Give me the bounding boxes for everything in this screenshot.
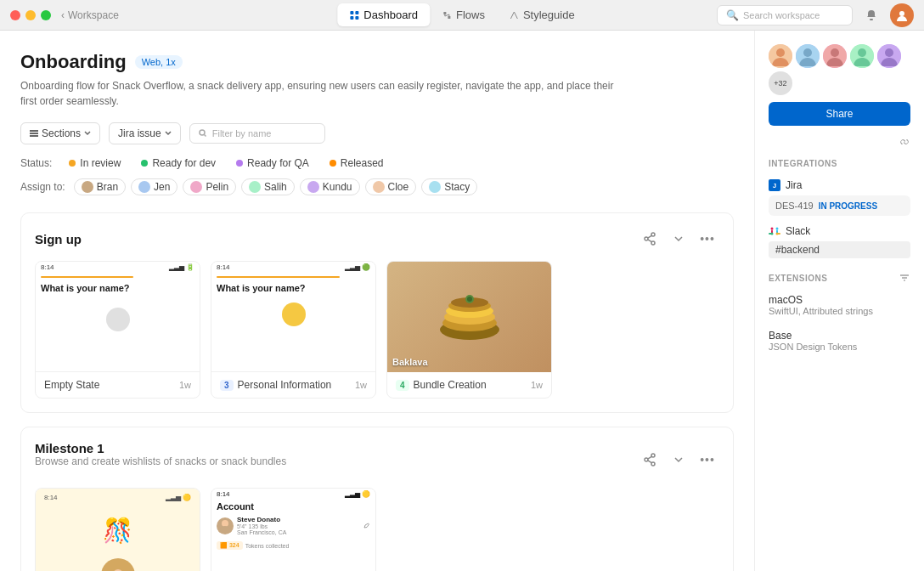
status-ready-for-dev[interactable]: Ready for dev <box>134 155 223 172</box>
food-baklava-illustration <box>436 287 504 347</box>
card-bundle-creation-preview: Baklava <box>387 262 551 372</box>
svg-point-12 <box>651 241 655 245</box>
extension-macos[interactable]: macOS SwiftUI, Attributed strings <box>769 291 910 319</box>
collaborator-more[interactable]: +32 <box>769 71 792 95</box>
sections-dropdown[interactable]: Sections <box>20 122 100 144</box>
section-m1-collapse-button[interactable] <box>667 448 690 472</box>
account-user-row: Steve Donato 5'4" 135 lbs San Francisco,… <box>211 514 375 537</box>
svg-rect-9 <box>30 135 38 137</box>
phone-mock-personal: 8:14 ▂▃▅ 🟢 What is your name? <box>211 262 375 372</box>
filter-input[interactable]: Filter by name <box>189 123 325 144</box>
titlebar: ‹ Workspace Dashboard Flows Styleguide 🔍… <box>0 0 924 31</box>
maximize-button[interactable] <box>41 10 51 20</box>
flows-icon <box>442 10 452 20</box>
section-sign-up-actions: ••• <box>638 227 719 251</box>
status-ready-for-qa[interactable]: Ready for QA <box>229 155 316 172</box>
card-personal-info[interactable]: 8:14 ▂▃▅ 🟢 What is your name? <box>211 261 376 399</box>
card-bundle-creation-label: Bundle Creation <box>414 379 487 391</box>
extension-macos-sub: SwiftUI, Attributed strings <box>769 306 910 316</box>
dashboard-icon <box>349 10 359 20</box>
card-bundle-creation[interactable]: Baklava 4 Bundle Creation 1w <box>386 261 552 399</box>
card-empty-state-time: 1w <box>179 380 191 390</box>
assignee-kundu[interactable]: Kundu <box>300 178 360 195</box>
food-label: Baklava <box>392 357 428 367</box>
integrations-title: INTEGRATIONS <box>769 159 910 168</box>
section-collapse-button[interactable] <box>667 227 690 251</box>
tab-flows[interactable]: Flows <box>430 3 497 26</box>
notification-button[interactable] <box>859 3 883 27</box>
assignee-stacy[interactable]: Stacy <box>421 178 477 195</box>
account-avatar <box>217 517 234 534</box>
status-dot-purple <box>236 160 243 167</box>
section-m1-share-button[interactable] <box>638 448 662 472</box>
jira-dropdown[interactable]: Jira issue <box>109 122 181 144</box>
section-m1-more-button[interactable]: ••• <box>696 448 719 472</box>
status-dot-green <box>141 160 148 167</box>
slack-channel[interactable]: #backend <box>769 241 910 258</box>
card-personal-info-time: 1w <box>355 380 367 390</box>
svg-point-22 <box>651 454 655 457</box>
sign-up-cards: 8:14 ▂▃▅ 🔋 What is your name? <box>35 261 719 399</box>
collaborator-avatar-5 <box>877 44 901 68</box>
assignee-salih[interactable]: Salih <box>241 178 295 195</box>
search-bar[interactable]: 🔍 Search workspace <box>717 5 853 25</box>
card-empty-state[interactable]: 8:14 ▂▃▅ 🔋 What is your name? <box>35 261 200 399</box>
nav-tabs: Dashboard Flows Styleguide <box>337 3 586 26</box>
minimize-button[interactable] <box>25 10 36 20</box>
svg-point-39 <box>776 228 779 230</box>
tab-flows-label: Flows <box>456 8 485 21</box>
account-phone-mock: 8:14▂▃▅ 🟡 Account Steve Donato 5'4" 135 … <box>211 489 375 571</box>
status-in-review[interactable]: In review <box>62 155 127 172</box>
tab-dashboard-label: Dashboard <box>363 8 418 21</box>
assignee-pelin[interactable]: Pelin <box>183 178 236 195</box>
tab-styleguide[interactable]: Styleguide <box>497 3 587 26</box>
user-avatar[interactable] <box>890 3 914 27</box>
back-button[interactable]: ‹ Workspace <box>61 9 119 21</box>
page-header: Onboarding Web, 1x Onboarding flow for S… <box>20 51 734 109</box>
svg-rect-8 <box>30 133 38 134</box>
share-button[interactable]: Share <box>769 102 910 126</box>
collaborator-avatar-3 <box>823 44 847 68</box>
jira-ticket[interactable]: DES-419 IN PROGRESS <box>769 195 910 216</box>
svg-rect-44 <box>776 233 780 235</box>
status-released[interactable]: Released <box>323 155 391 172</box>
section-sign-up-header: Sign up ••• <box>35 227 719 251</box>
card-empty-state-label: Empty State <box>44 379 99 391</box>
extensions-section: EXTENSIONS macOS SwiftUI, Attributed str… <box>769 272 910 355</box>
toolbar: Sections Jira issue Filter by name <box>20 122 734 144</box>
filter-search-icon <box>199 129 207 138</box>
tab-dashboard[interactable]: Dashboard <box>337 3 430 26</box>
milestone-1-cards: 8:14▂▃▅ 🟡 🎊 <box>35 488 719 571</box>
collaborator-more-count: +32 <box>774 79 786 88</box>
slack-icon <box>769 225 780 237</box>
page-description: Onboarding flow for Snack Overflow, a sn… <box>20 78 615 109</box>
styleguide-icon <box>509 10 519 20</box>
section-share-button[interactable] <box>638 227 662 251</box>
svg-point-11 <box>651 233 655 236</box>
assignee-jen[interactable]: Jen <box>131 178 177 195</box>
extension-base[interactable]: Base JSON Design Tokens <box>769 326 910 355</box>
section-milestone-1-header: Milestone 1 Browse and create wishlists … <box>35 441 719 478</box>
assignee-cloe[interactable]: Cloe <box>365 178 417 195</box>
svg-point-28 <box>776 48 785 57</box>
copy-link-button[interactable] <box>899 136 910 150</box>
card-account[interactable]: 8:14▂▃▅ 🟡 Account Steve Donato 5'4" 135 … <box>211 488 376 571</box>
extensions-filter-button[interactable] <box>899 272 910 284</box>
assignee-bran[interactable]: Bran <box>74 178 126 195</box>
sidebar: +32 Share INTEGRATIONS J Jira DES-419 IN… <box>754 31 924 571</box>
account-title: Account <box>211 500 375 514</box>
account-user-name: Steve Donato <box>237 516 360 523</box>
status-dot-yellow <box>69 160 76 167</box>
account-user-info: Steve Donato 5'4" 135 lbs San Francisco,… <box>237 516 360 535</box>
jira-label: Jira <box>786 179 802 191</box>
jira-integration[interactable]: J Jira <box>769 175 910 195</box>
search-icon: 🔍 <box>726 9 739 21</box>
section-more-button[interactable]: ••• <box>696 227 719 251</box>
close-button[interactable] <box>10 10 20 20</box>
filter-placeholder: Filter by name <box>212 128 272 139</box>
collaborator-avatar-1 <box>769 44 792 68</box>
card-personal-info-label: Personal Information <box>238 379 332 391</box>
card-celebration[interactable]: 8:14▂▃▅ 🟡 🎊 <box>35 488 200 571</box>
svg-point-37 <box>771 228 774 230</box>
slack-integration[interactable]: Slack <box>769 221 910 241</box>
